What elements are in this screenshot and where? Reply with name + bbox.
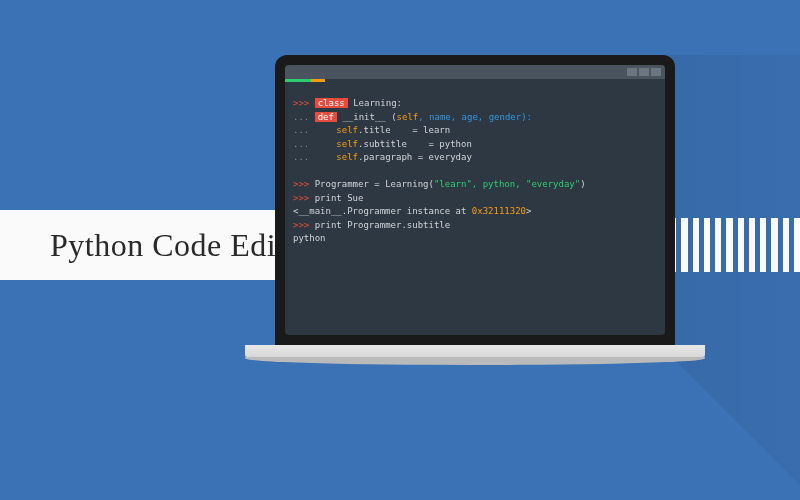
code-content: >>> class Learning: ... def __init__ (se… — [285, 79, 665, 254]
tab-indicator — [285, 79, 325, 82]
minimize-icon — [627, 68, 637, 76]
laptop-base-edge — [245, 357, 705, 365]
maximize-icon — [639, 68, 649, 76]
laptop-base — [245, 345, 705, 357]
laptop-illustration: >>> class Learning: ... def __init__ (se… — [275, 55, 675, 365]
screen-bezel: >>> class Learning: ... def __init__ (se… — [275, 55, 675, 345]
window-titlebar — [285, 65, 665, 79]
code-editor-screen: >>> class Learning: ... def __init__ (se… — [285, 65, 665, 335]
decorative-stripes — [670, 218, 800, 272]
close-icon — [651, 68, 661, 76]
